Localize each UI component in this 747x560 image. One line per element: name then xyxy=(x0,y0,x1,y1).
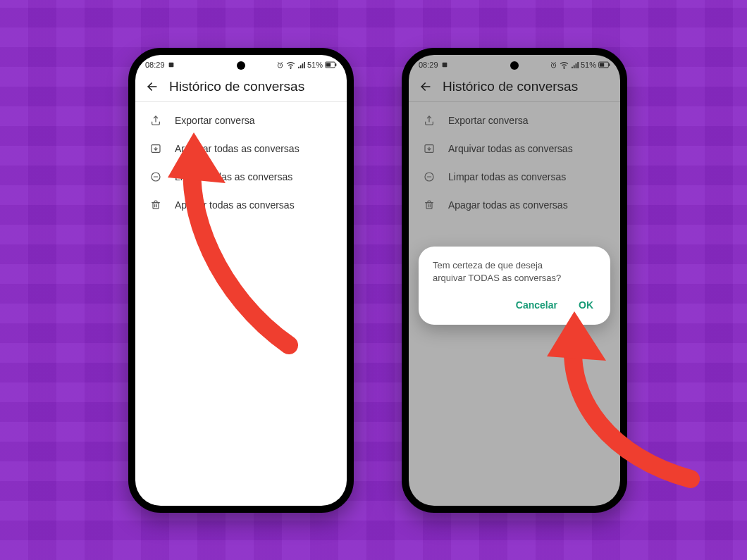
trash-icon xyxy=(423,199,436,211)
screen-left: 08:29 51% xyxy=(135,55,347,506)
signal-icon xyxy=(297,61,305,69)
svg-rect-14 xyxy=(600,63,604,66)
svg-rect-0 xyxy=(168,63,173,68)
cancel-button[interactable]: Cancelar xyxy=(513,295,560,315)
status-time: 08:29 xyxy=(145,61,165,69)
dialog-message-line: Tem certeza de que deseja xyxy=(433,260,543,270)
archive-icon xyxy=(149,143,162,154)
export-icon xyxy=(149,115,162,126)
phone-frame-left: 08:29 51% xyxy=(128,48,354,513)
menu-item-delete[interactable]: Apagar todas as conversas xyxy=(409,191,620,219)
app-header: Histórico de conversas xyxy=(135,75,347,102)
menu-item-export[interactable]: Exportar conversa xyxy=(135,106,347,135)
svg-rect-17 xyxy=(426,203,432,209)
svg-rect-8 xyxy=(153,203,159,209)
clear-icon xyxy=(423,171,436,182)
screen-right: 08:29 51% xyxy=(409,55,620,506)
back-arrow-icon[interactable] xyxy=(145,80,159,94)
menu-item-label: Exportar conversa xyxy=(175,115,255,126)
camera-punch-hole xyxy=(510,61,519,70)
wifi-icon xyxy=(560,61,569,69)
notification-icon xyxy=(168,61,175,68)
menu-item-label: Arquivar todas as conversas xyxy=(448,143,573,154)
menu-item-label: Apagar todas as conversas xyxy=(175,199,295,211)
svg-rect-13 xyxy=(609,63,610,66)
page-title: Histórico de conversas xyxy=(443,79,578,94)
svg-point-11 xyxy=(564,68,564,68)
menu-item-label: Exportar conversa xyxy=(448,115,529,126)
ok-button[interactable]: OK xyxy=(576,295,596,315)
notification-icon xyxy=(441,61,448,68)
menu-item-label: Arquivar todas as conversas xyxy=(175,143,300,154)
menu-item-clear[interactable]: Limpar todas as conversas xyxy=(135,163,347,191)
menu-item-export[interactable]: Exportar conversa xyxy=(409,106,620,135)
status-time: 08:29 xyxy=(419,61,438,69)
menu-item-clear[interactable]: Limpar todas as conversas xyxy=(409,163,620,191)
settings-menu: Exportar conversa Arquivar todas as conv… xyxy=(409,102,620,223)
status-battery-text: 51% xyxy=(581,61,596,69)
phone-frame-right: 08:29 51% xyxy=(402,48,627,513)
alarm-icon xyxy=(276,61,284,69)
svg-rect-4 xyxy=(335,63,336,66)
wifi-icon xyxy=(286,61,295,69)
dialog-message: Tem certeza de que deseja arquivar TODAS… xyxy=(433,259,596,284)
menu-item-label: Limpar todas as conversas xyxy=(175,171,292,182)
alarm-icon xyxy=(550,61,557,69)
menu-item-label: Apagar todas as conversas xyxy=(448,199,568,211)
status-battery-text: 51% xyxy=(307,61,323,69)
confirm-dialog: Tem certeza de que deseja arquivar TODAS… xyxy=(419,247,610,325)
svg-rect-9 xyxy=(442,63,447,68)
trash-icon xyxy=(149,199,162,211)
svg-rect-5 xyxy=(326,63,331,66)
menu-item-archive[interactable]: Arquivar todas as conversas xyxy=(409,135,620,163)
menu-item-label: Limpar todas as conversas xyxy=(448,171,566,182)
menu-item-delete[interactable]: Apagar todas as conversas xyxy=(135,191,347,219)
signal-icon xyxy=(571,61,579,69)
app-header: Histórico de conversas xyxy=(409,75,620,102)
back-arrow-icon[interactable] xyxy=(419,80,433,94)
page-title: Histórico de conversas xyxy=(169,79,304,94)
archive-icon xyxy=(423,143,436,154)
dialog-message-line: arquivar TODAS as conversas? xyxy=(433,273,561,283)
battery-icon xyxy=(598,61,610,68)
menu-item-archive[interactable]: Arquivar todas as conversas xyxy=(135,135,347,163)
clear-icon xyxy=(149,171,162,182)
camera-punch-hole xyxy=(237,61,245,70)
settings-menu: Exportar conversa Arquivar todas as conv… xyxy=(135,102,347,223)
svg-point-2 xyxy=(290,68,291,68)
battery-icon xyxy=(325,61,337,68)
export-icon xyxy=(423,115,436,126)
